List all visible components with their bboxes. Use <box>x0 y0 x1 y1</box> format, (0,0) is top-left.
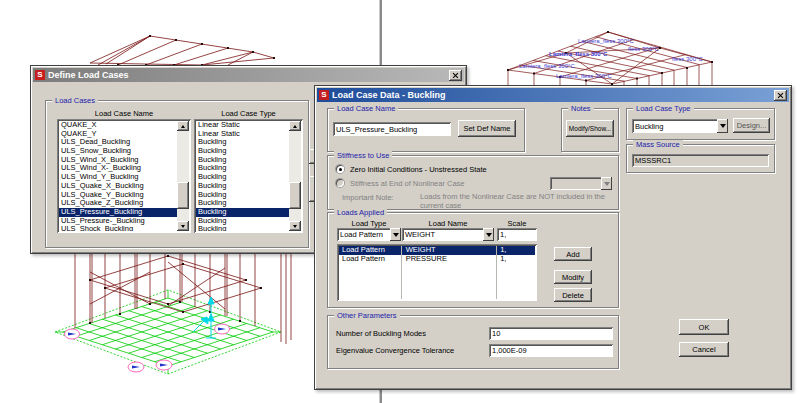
load-case-type-header: Load Case Type <box>194 109 303 118</box>
load-case-name-item[interactable]: ULS_Shock_Buckling <box>59 225 177 231</box>
eigenvalue-tolerance-input[interactable]: 1,000E-09 <box>489 344 613 357</box>
name-list-scrollbar[interactable] <box>177 121 189 231</box>
chevron-down-icon[interactable] <box>390 228 401 241</box>
load-case-type-item[interactable]: Buckling <box>196 225 289 231</box>
scale-input[interactable]: 1, <box>497 228 537 241</box>
scroll-up-icon[interactable] <box>177 121 189 131</box>
load-case-data-dialog: S Load Case Data - Buckling Load Case Na… <box>314 85 792 390</box>
set-def-name-button[interactable]: Set Def Name <box>458 120 516 137</box>
chevron-down-icon[interactable] <box>483 228 494 241</box>
scroll-thumb[interactable] <box>177 182 189 209</box>
loads-table[interactable]: Load PatternWEIGHT1,Load PatternPRESSURE… <box>337 244 537 301</box>
model-labels: Lamiera_fless 300°CLamiera_fless 300°Cfl… <box>480 20 740 86</box>
loads-table-cell: WEIGHT <box>403 246 498 255</box>
load-case-name-item[interactable]: ULS_Wind_Y_Buckling <box>59 173 177 182</box>
scroll-up-icon[interactable] <box>289 121 301 131</box>
load-name-select[interactable]: WEIGHT <box>402 228 494 241</box>
load-case-data-title: Load Case Data - Buckling <box>332 90 771 100</box>
zero-initial-conditions-radio[interactable] <box>336 165 344 173</box>
load-case-data-titlebar[interactable]: S Load Case Data - Buckling <box>317 88 789 102</box>
loads-table-cell: PRESSURE <box>403 255 498 264</box>
load-case-type-item[interactable]: Buckling <box>196 199 289 208</box>
load-case-type-item[interactable]: Buckling <box>196 156 289 165</box>
chevron-down-icon[interactable] <box>717 119 728 133</box>
pane-divider-bottom[interactable] <box>379 390 382 403</box>
scroll-down-icon[interactable] <box>289 221 301 231</box>
model-view-top-left[interactable] <box>88 30 278 65</box>
load-case-name-item[interactable]: ULS_Wind_X-_Buckling <box>59 164 177 173</box>
load-case-name-item[interactable]: QUAKE_Y <box>59 130 177 139</box>
load-case-type-item[interactable]: Buckling <box>196 182 289 191</box>
scale-header: Scale <box>497 219 537 228</box>
nonlinear-case-select[interactable] <box>550 177 612 190</box>
load-case-name-item[interactable]: ULS_Quake_Y_Buckling <box>59 191 177 200</box>
load-case-name-header: Load Case Name <box>57 109 191 118</box>
load-case-type-item[interactable]: Buckling <box>196 217 289 226</box>
loads-table-cell: 1, <box>497 255 535 264</box>
model-view-bottom-left[interactable] <box>35 254 320 400</box>
loads-table-row[interactable]: Load PatternWEIGHT1, <box>339 246 535 255</box>
load-case-type-select[interactable]: Buckling <box>632 119 728 133</box>
type-list-scrollbar[interactable] <box>289 121 301 231</box>
model-annotation-label: Lamiera_fless 300°C <box>556 73 612 79</box>
load-case-type-group-label: Load Case Type <box>633 104 694 113</box>
notes-group-label: Notes <box>568 104 594 113</box>
app-icon: S <box>319 90 329 100</box>
load-type-header: Load Type <box>337 219 401 228</box>
mass-source-group-label: Mass Source <box>633 140 683 149</box>
load-case-name-group-label: Load Case Name <box>334 104 398 113</box>
load-case-name-item[interactable]: ULS_Pressure-_Buckling <box>59 217 177 226</box>
ok-button[interactable]: OK <box>679 319 729 335</box>
important-note-label: Important Note: <box>342 193 394 202</box>
load-case-type-item[interactable]: Buckling <box>196 191 289 200</box>
load-case-name-item[interactable]: ULS_Dead_Buckling <box>59 138 177 147</box>
load-type-select[interactable]: Load Pattern <box>337 228 401 241</box>
modify-show-notes-button[interactable]: Modify/Show... <box>566 120 614 137</box>
load-case-type-item[interactable]: Buckling <box>196 173 289 182</box>
notes-group: Notes Modify/Show... <box>561 108 619 152</box>
eigenvalue-tolerance-label: Eigenvalue Convergence Tolerance <box>336 346 454 355</box>
model-annotation-label: fless 300°C <box>672 56 703 62</box>
loads-table-cell: 1, <box>497 246 535 255</box>
load-case-name-item[interactable]: ULS_Quake_Z_Buckling <box>59 199 177 208</box>
stiffness-nonlinear-radio[interactable] <box>336 179 344 187</box>
loads-table-body: Load PatternWEIGHT1,Load PatternPRESSURE… <box>339 246 535 263</box>
load-case-type-group: Load Case Type Buckling Design... <box>626 108 775 140</box>
close-icon[interactable] <box>449 70 462 81</box>
load-case-type-item[interactable]: Linear Static <box>196 121 289 130</box>
load-case-name-item[interactable]: ULS_Snow_Buckling <box>59 147 177 156</box>
design-button[interactable]: Design... <box>733 118 770 133</box>
load-case-type-item[interactable]: Linear Static <box>196 130 289 139</box>
cancel-button[interactable]: Cancel <box>679 342 729 357</box>
load-case-name-item[interactable]: QUAKE_X <box>59 121 177 130</box>
define-load-cases-titlebar[interactable]: S Define Load Cases <box>33 68 464 82</box>
load-case-name-input[interactable]: ULS_Pressure_Buckling <box>333 122 451 136</box>
stiffness-group: Stiffness to Use Zero Initial Conditions… <box>327 155 619 210</box>
load-case-type-item[interactable]: Buckling <box>196 138 289 147</box>
load-case-type-item[interactable]: Buckling <box>196 147 289 156</box>
add-load-button[interactable]: Add <box>554 247 592 261</box>
load-case-type-item[interactable]: Buckling <box>196 208 289 217</box>
zero-initial-conditions-label: Zero Initial Conditions - Unstressed Sta… <box>350 165 487 174</box>
delete-load-button[interactable]: Delete <box>554 288 592 302</box>
app-icon: S <box>35 70 45 80</box>
chevron-down-icon <box>601 177 612 190</box>
load-case-name-item[interactable]: ULS_Quake_X_Buckling <box>59 182 177 191</box>
loads-table-row[interactable]: Load PatternPRESSURE1, <box>339 255 535 264</box>
stiffness-nonlinear-label: Stiffness at End of Nonlinear Case <box>350 179 465 188</box>
model-annotation-label: Lamiera_fless 300°C <box>519 63 575 69</box>
define-load-cases-title: Define Load Cases <box>48 70 446 80</box>
buckling-modes-input[interactable]: 10 <box>489 327 613 340</box>
load-case-name-item[interactable]: ULS_Wind_X_Buckling <box>59 156 177 165</box>
scroll-down-icon[interactable] <box>177 221 189 231</box>
mass-source-field: MSSSRC1 <box>632 154 769 167</box>
modify-load-button[interactable]: Modify <box>554 270 592 284</box>
load-case-name-item[interactable]: ULS_Pressure_Buckling <box>59 208 177 217</box>
model-annotation-label: Lamiera_fless 300°C <box>578 38 634 44</box>
buckling-modes-label: Number of Buckling Modes <box>336 329 426 338</box>
other-parameters-group-label: Other Parameters <box>334 311 400 320</box>
load-case-type-item[interactable]: Buckling <box>196 164 289 173</box>
scroll-thumb[interactable] <box>289 182 301 209</box>
close-icon[interactable] <box>774 90 787 101</box>
pane-divider-top[interactable] <box>379 0 382 68</box>
